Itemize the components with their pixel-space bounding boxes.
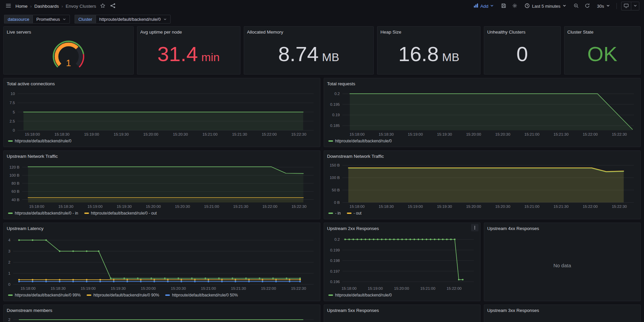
breadcrumb-separator: › — [61, 4, 63, 9]
chevron-down-icon — [633, 4, 637, 9]
chart-canvas[interactable] — [327, 314, 477, 322]
hamburger-icon — [5, 3, 11, 10]
legend-item[interactable]: httproute/default/backend/rule/0 - out — [84, 211, 157, 216]
legend-swatch — [347, 213, 352, 214]
panel-title[interactable]: Total requests — [327, 81, 355, 86]
legend-item[interactable]: httproute/default/backend/rule/0 - in — [8, 211, 78, 216]
panel-avg-uptime: Avg uptime per node 31.4 min — [137, 26, 240, 75]
svg-text:50 B: 50 B — [332, 188, 340, 192]
top-nav: Home › Dashboards › Envoy Clusters Add L… — [0, 0, 644, 12]
panel-title[interactable]: Downstream Network Traffic — [327, 154, 384, 159]
svg-text:15:18:00: 15:18:00 — [25, 132, 40, 136]
panel-title[interactable]: Upstream Latency — [7, 226, 44, 231]
panel-title[interactable]: Upstream 5xx Responses — [327, 308, 379, 313]
chart-canvas[interactable] — [487, 314, 637, 322]
refresh-interval-label: 30s — [597, 4, 604, 9]
panel-upstream-2xx-responses: Upstream 2xx Responses 0.1960.1970.1980.… — [324, 223, 480, 301]
chart-canvas[interactable]: 0 B50 B100 B150 B15:18:0015:18:3015:19:0… — [327, 160, 637, 210]
panel-title[interactable]: Upstream 3xx Responses — [487, 308, 539, 313]
legend-item[interactable]: httproute/default/backend/rule/0 — [328, 139, 392, 143]
stat-value-row: 16.8 MB — [398, 44, 459, 64]
svg-text:7.5: 7.5 — [9, 101, 15, 105]
legend-item[interactable]: httproute/default/backend/rule/0 90% — [87, 293, 159, 297]
legend-item[interactable]: httproute/default/backend/rule/0 99% — [8, 293, 81, 297]
chart-canvas[interactable]: 0.1960.1970.1980.1990.215:18:0015:19:001… — [327, 232, 477, 292]
panel-title[interactable]: Cluster State — [567, 30, 594, 35]
legend-swatch — [328, 294, 333, 296]
legend-item[interactable]: httproute/default/backend/rule/0 50% — [165, 293, 238, 297]
graph-bar-icon — [473, 3, 478, 9]
nav-more-button[interactable] — [631, 2, 639, 10]
refresh-button[interactable] — [584, 2, 591, 10]
variable-cluster: Cluster httproute/default/backend/rule/0 — [75, 15, 171, 24]
svg-text:10: 10 — [11, 92, 15, 96]
svg-text:15:22:30: 15:22:30 — [291, 286, 306, 290]
legend-swatch — [8, 294, 13, 296]
panel-title[interactable]: Upstream 2xx Responses — [327, 226, 379, 231]
legend-label: httproute/default/backend/rule/0 90% — [93, 293, 159, 297]
breadcrumb-home[interactable]: Home — [15, 4, 28, 9]
chart-canvas[interactable]: 0.1850.190.1950.215:18:0015:18:3015:19:0… — [327, 88, 637, 138]
svg-text:0.199: 0.199 — [330, 248, 340, 252]
legend-item[interactable]: httproute/default/backend/rule/0 — [328, 293, 392, 297]
panel-title[interactable]: Avg uptime per node — [140, 30, 182, 35]
panel-heap-size: Heap Size 16.8 MB — [377, 26, 480, 75]
share-button[interactable] — [109, 2, 116, 10]
time-series-chart: 02.557.51015:18:0015:18:3015:19:0015:19:… — [7, 88, 317, 138]
svg-text:15:18:30: 15:18:30 — [379, 204, 394, 209]
chart-canvas[interactable]: 0123415:18:0015:18:3015:19:0015:19:3015:… — [7, 232, 317, 292]
svg-text:15:22:00: 15:22:00 — [447, 286, 462, 290]
svg-text:120 B: 120 B — [9, 165, 19, 169]
svg-text:15:21:00: 15:21:00 — [201, 286, 216, 290]
zoom-out-time-button[interactable] — [573, 2, 580, 10]
panel-upstream-4xx-responses: Upstream 4xx Responses No data — [484, 223, 641, 301]
variable-cluster-value[interactable]: httproute/default/backend/rule/0 — [96, 15, 171, 24]
svg-text:150 B: 150 B — [330, 163, 340, 167]
time-series-chart: 2 — [7, 314, 317, 322]
stat-value-row: 8.74 MB — [278, 44, 339, 64]
breadcrumb-dashboards[interactable]: Dashboards — [34, 4, 59, 9]
panel-title[interactable]: Total active connections — [7, 81, 55, 86]
variable-datasource-value[interactable]: Prometheus — [33, 15, 70, 24]
chart-canvas[interactable]: 40 B60 B80 B100 B120 B15:18:0015:18:3015… — [7, 160, 317, 210]
svg-text:2: 2 — [8, 318, 10, 322]
refresh-interval-picker[interactable]: 30s — [595, 3, 612, 9]
legend-item[interactable]: - in — [328, 211, 341, 216]
panel-title[interactable]: Live servers — [7, 30, 31, 35]
chart-canvas[interactable]: No data — [487, 232, 637, 298]
panel-title[interactable]: Upstream 4xx Responses — [487, 226, 539, 231]
svg-text:15:19:30: 15:19:30 — [117, 204, 132, 209]
svg-text:15:20:00: 15:20:00 — [466, 132, 481, 136]
legend-item[interactable]: - out — [347, 211, 362, 216]
time-series-chart: 0 B50 B100 B150 B15:18:0015:18:3015:19:0… — [327, 160, 637, 210]
legend-item[interactable]: httproute/default/backend/rule/0 — [8, 139, 72, 143]
favorite-button[interactable] — [99, 2, 106, 10]
panel-title[interactable]: Heap Size — [380, 30, 401, 35]
dashboard-settings-button[interactable] — [511, 2, 518, 10]
panel-title[interactable]: Allocated Memory — [247, 30, 283, 35]
panel-title[interactable]: Unhealthy Clusters — [487, 30, 525, 35]
time-range-picker[interactable]: Last 5 minutes — [522, 3, 568, 10]
add-panel-button[interactable]: Add — [471, 3, 496, 9]
panel-total-requests: Total requests 0.1850.190.1950.215:18:00… — [324, 78, 641, 147]
svg-text:15:22:30: 15:22:30 — [612, 204, 627, 209]
svg-text:15:21:30: 15:21:30 — [232, 132, 247, 136]
svg-text:15:20:00: 15:20:00 — [141, 286, 156, 290]
variable-cluster-label: Cluster — [75, 15, 95, 24]
chart-canvas[interactable]: 02.557.51015:18:0015:18:3015:19:0015:19:… — [7, 88, 317, 138]
save-dashboard-button[interactable] — [500, 2, 507, 10]
stat-value: OK — [587, 44, 617, 64]
panel-title[interactable]: Downstream members — [7, 308, 52, 313]
chart-canvas[interactable]: 2 — [7, 314, 317, 322]
panel-menu-kebab-icon[interactable] — [471, 224, 478, 231]
svg-text:40 B: 40 B — [11, 198, 19, 202]
legend-label: httproute/default/backend/rule/0 — [15, 139, 72, 143]
legend-swatch — [165, 294, 170, 296]
variable-datasource: datasource Prometheus — [4, 15, 70, 24]
panel-title[interactable]: Upstream Network Traffic — [7, 154, 58, 159]
stat-unit: MB — [322, 51, 339, 63]
svg-text:15:20:30: 15:20:30 — [495, 204, 510, 209]
menu-toggle-button[interactable] — [5, 2, 12, 10]
tv-mode-button[interactable] — [621, 2, 631, 10]
panel-upstream-5xx-responses: Upstream 5xx Responses — [324, 305, 480, 322]
